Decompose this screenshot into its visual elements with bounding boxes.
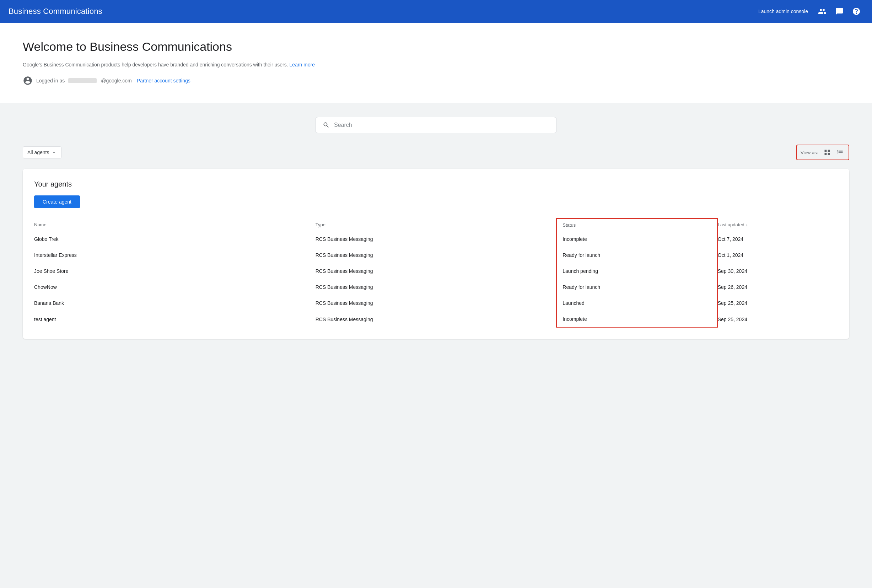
- controls-row: All agents View as:: [23, 145, 849, 160]
- agent-name: Banana Bank: [34, 295, 315, 311]
- welcome-description: Google's Business Communication products…: [23, 61, 849, 69]
- agent-name: test agent: [34, 311, 315, 328]
- agent-type: RCS Business Messaging: [315, 231, 557, 247]
- table-row[interactable]: ChowNow RCS Business Messaging Ready for…: [34, 279, 838, 295]
- agent-type: RCS Business Messaging: [315, 295, 557, 311]
- agent-type: RCS Business Messaging: [315, 263, 557, 279]
- agent-status: Ready for launch: [557, 247, 717, 263]
- chat-icon: [835, 7, 843, 16]
- agent-status: Launch pending: [557, 263, 717, 279]
- view-as-container: View as:: [796, 145, 849, 160]
- logged-in-row: Logged in as @google.com Partner account…: [23, 76, 849, 86]
- welcome-section: Welcome to Business Communications Googl…: [0, 23, 872, 103]
- list-icon: [836, 149, 843, 156]
- email-domain: @google.com: [101, 78, 132, 84]
- people-icon: [818, 7, 827, 16]
- agents-card: Your agents Create agent Name Type Statu…: [23, 169, 849, 339]
- help-icon: [852, 7, 861, 16]
- agent-type: RCS Business Messaging: [315, 247, 557, 263]
- view-as-label: View as:: [801, 150, 818, 155]
- agent-type: RCS Business Messaging: [315, 311, 557, 328]
- agent-updated: Sep 26, 2024: [717, 279, 838, 295]
- agents-table: Name Type Status Last updated ↓ Globo Tr…: [34, 218, 838, 328]
- agent-updated: Sep 25, 2024: [717, 311, 838, 328]
- app-title: Business Communications: [9, 7, 102, 16]
- search-box: [315, 117, 557, 133]
- sort-arrow: ↓: [746, 222, 747, 227]
- create-agent-button[interactable]: Create agent: [34, 195, 80, 208]
- partner-account-settings-link[interactable]: Partner account settings: [137, 78, 191, 84]
- agent-updated: Oct 1, 2024: [717, 247, 838, 263]
- col-header-name: Name: [34, 219, 315, 231]
- table-row[interactable]: Globo Trek RCS Business Messaging Incomp…: [34, 231, 838, 247]
- logged-in-label: Logged in as: [36, 78, 65, 84]
- list-view-button[interactable]: [835, 147, 845, 158]
- header: Business Communications Launch admin con…: [0, 0, 872, 23]
- search-container: [23, 117, 849, 133]
- search-input[interactable]: [334, 122, 549, 128]
- col-header-status: Status: [557, 219, 717, 231]
- chevron-down-icon: [51, 150, 57, 155]
- header-actions: Launch admin console: [758, 4, 863, 18]
- welcome-title: Welcome to Business Communications: [23, 40, 849, 54]
- agent-updated: Sep 30, 2024: [717, 263, 838, 279]
- table-row[interactable]: Banana Bank RCS Business Messaging Launc…: [34, 295, 838, 311]
- redacted-email: [68, 78, 97, 83]
- agent-name: ChowNow: [34, 279, 315, 295]
- grid-icon: [824, 149, 831, 156]
- help-icon-button[interactable]: [849, 4, 863, 18]
- agent-name: Globo Trek: [34, 231, 315, 247]
- col-header-type: Type: [315, 219, 557, 231]
- filter-dropdown[interactable]: All agents: [23, 146, 62, 159]
- main-content: Welcome to Business Communications Googl…: [0, 0, 872, 353]
- agent-type: RCS Business Messaging: [315, 279, 557, 295]
- welcome-desc-text: Google's Business Communication products…: [23, 62, 288, 68]
- agent-status: Incomplete: [557, 311, 717, 328]
- table-row[interactable]: test agent RCS Business Messaging Incomp…: [34, 311, 838, 328]
- table-row[interactable]: Joe Shoe Store RCS Business Messaging La…: [34, 263, 838, 279]
- agent-status: Incomplete: [557, 231, 717, 247]
- filter-label: All agents: [27, 150, 49, 155]
- agents-section-title: Your agents: [34, 180, 838, 188]
- learn-more-link[interactable]: Learn more: [290, 62, 315, 68]
- table-row[interactable]: Interstellar Express RCS Business Messag…: [34, 247, 838, 263]
- people-icon-button[interactable]: [815, 4, 829, 18]
- account-circle-icon: [23, 76, 33, 86]
- agent-name: Interstellar Express: [34, 247, 315, 263]
- agent-updated: Oct 7, 2024: [717, 231, 838, 247]
- agent-status: Ready for launch: [557, 279, 717, 295]
- agent-name: Joe Shoe Store: [34, 263, 315, 279]
- launch-admin-link[interactable]: Launch admin console: [758, 9, 808, 14]
- chat-icon-button[interactable]: [832, 4, 846, 18]
- agents-section: All agents View as:: [0, 103, 872, 353]
- col-header-updated[interactable]: Last updated ↓: [717, 219, 838, 231]
- grid-view-button[interactable]: [822, 147, 832, 158]
- agent-status: Launched: [557, 295, 717, 311]
- search-icon: [323, 122, 330, 129]
- agent-updated: Sep 25, 2024: [717, 295, 838, 311]
